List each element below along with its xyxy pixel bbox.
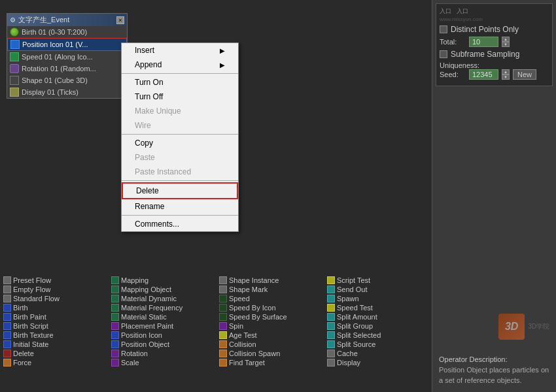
spawn-icon [327,295,335,302]
op-split-selected[interactable]: Split Selected [325,331,430,340]
op-delete[interactable]: Delete [1,349,107,358]
find-target-icon [219,359,227,367]
seed-spinner[interactable]: ▲ ▼ [502,69,510,80]
split-amount-icon [327,313,335,321]
op-cache[interactable]: Cache [325,349,430,358]
op-position-object[interactable]: Position Object [109,340,215,349]
op-split-amount[interactable]: Split Amount [325,312,430,321]
close-button[interactable]: × [116,16,124,24]
event-item-shape-label: Shape 01 (Cube 3D) [22,76,88,84]
op-birth[interactable]: Birth [1,303,107,312]
op-spawn[interactable]: Spawn [325,294,430,303]
logo-icon: 3D [498,314,525,340]
op-preset-flow[interactable]: Preset Flow [1,276,107,285]
operator-col-2: Mapping Mapping Object Material Dynamic … [108,274,216,392]
op-speed-test[interactable]: Speed Test [325,303,430,312]
op-send-out[interactable]: Send Out [325,285,430,294]
context-turn-off[interactable]: Turn Off [122,90,238,104]
display-icon [10,88,19,97]
preset-flow-icon [3,276,11,284]
op-empty-flow[interactable]: Empty Flow [1,285,107,294]
event-item-shape[interactable]: Shape 01 (Cube 3D) [7,74,127,86]
op-rotation[interactable]: Rotation [109,349,215,358]
op-standard-flow[interactable]: Standard Flow [1,294,107,303]
new-button[interactable]: New [513,69,536,80]
seed-spinner-up-icon[interactable]: ▲ [502,69,510,74]
total-row: Total: ▲ ▼ [440,37,549,47]
op-birth-texture[interactable]: Birth Texture [1,331,107,340]
age-test-icon [219,331,227,339]
op-script-test[interactable]: Script Test [325,276,430,285]
divider-1 [122,73,238,74]
op-speed[interactable]: Speed [217,294,322,303]
event-window-titlebar: ⚙ 文字产生_Event × [7,14,127,26]
event-item-display[interactable]: Display 01 (Ticks) [7,86,127,98]
mapping-icon [111,276,119,284]
properties-panel: 入口 入口 www.missyun.com Distinct Points On… [436,3,553,86]
context-make-unique: Make Unique [122,104,238,118]
context-paste: Paste [122,150,238,165]
distinct-points-row: Distinct Points Only [440,25,549,34]
op-placement-paint[interactable]: Placement Paint [109,321,215,331]
context-insert[interactable]: Insert ▶ [122,43,238,57]
logo-area: 3D 3D学院 [498,314,549,340]
collision-icon [219,340,227,348]
event-item-birth[interactable]: Birth 01 (0-30 T:200) [7,26,127,38]
context-turn-on[interactable]: Turn On [122,75,238,90]
op-birth-script[interactable]: Birth Script [1,321,107,331]
event-item-position[interactable]: Position Icon 01 (V... [7,38,127,51]
event-item-display-label: Display 01 (Ticks) [22,88,78,96]
distinct-points-checkbox[interactable] [440,25,447,33]
context-append[interactable]: Append ▶ [122,57,238,72]
op-material-dynamic[interactable]: Material Dynamic [109,294,215,303]
display-op-icon [327,359,335,367]
seed-input[interactable] [469,69,498,80]
op-material-static[interactable]: Material Static [109,312,215,321]
rotation-op-icon [111,350,119,357]
op-force[interactable]: Force [1,358,107,367]
op-age-test[interactable]: Age Test [217,331,322,340]
op-speed-by-surface[interactable]: Speed By Surface [217,312,322,321]
total-input[interactable] [469,37,498,47]
op-mapping-object[interactable]: Mapping Object [109,285,215,294]
split-source-icon [327,340,335,348]
context-delete[interactable]: Delete [122,182,238,199]
context-copy[interactable]: Copy [122,136,238,150]
spinner-down-icon[interactable]: ▼ [502,42,510,47]
op-material-frequency[interactable]: Material Frequency [109,303,215,312]
event-item-rotation-label: Rotation 01 (Random... [22,65,96,73]
op-split-source[interactable]: Split Source [325,340,430,349]
op-split-group[interactable]: Split Group [325,321,430,331]
birth-op-icon [3,304,11,312]
op-initial-state[interactable]: Initial State [1,340,107,349]
op-birth-paint[interactable]: Birth Paint [1,312,107,321]
op-shape-mark[interactable]: Shape Mark [217,285,322,294]
op-speed-by-icon[interactable]: Speed By Icon [217,303,322,312]
op-find-target[interactable]: Find Target [217,358,322,367]
spinner-up-icon[interactable]: ▲ [502,37,510,42]
op-display[interactable]: Display [325,358,430,367]
event-item-rotation[interactable]: Rotation 01 (Random... [7,63,127,74]
op-spin[interactable]: Spin [217,321,322,331]
event-item-speed[interactable]: Speed 01 (Along Ico... [7,51,127,63]
operator-col-1: Preset Flow Empty Flow Standard Flow Bir… [0,274,108,392]
op-shape-instance[interactable]: Shape Instance [217,276,322,285]
context-rename[interactable]: Rename [122,199,238,214]
op-collision[interactable]: Collision [217,340,322,349]
op-collision-spawn[interactable]: Collision Spawn [217,349,322,358]
context-comments[interactable]: Comments... [122,217,238,231]
event-window-title: 文字产生_Event [18,15,69,25]
logo-text: 3D学院 [528,322,549,331]
seed-spinner-down-icon[interactable]: ▼ [502,74,510,80]
distinct-points-label: Distinct Points Only [451,25,519,34]
subframe-checkbox[interactable] [440,50,447,58]
material-dynamic-icon [111,295,119,302]
op-position-icon[interactable]: Position Icon [109,331,215,340]
op-scale[interactable]: Scale [109,358,215,367]
divider-4 [122,215,238,216]
cache-icon [327,350,335,357]
seed-row: Seed: ▲ ▼ New [440,69,549,80]
op-mapping[interactable]: Mapping [109,276,215,285]
total-spinner[interactable]: ▲ ▼ [502,37,510,47]
scale-icon [111,359,119,367]
